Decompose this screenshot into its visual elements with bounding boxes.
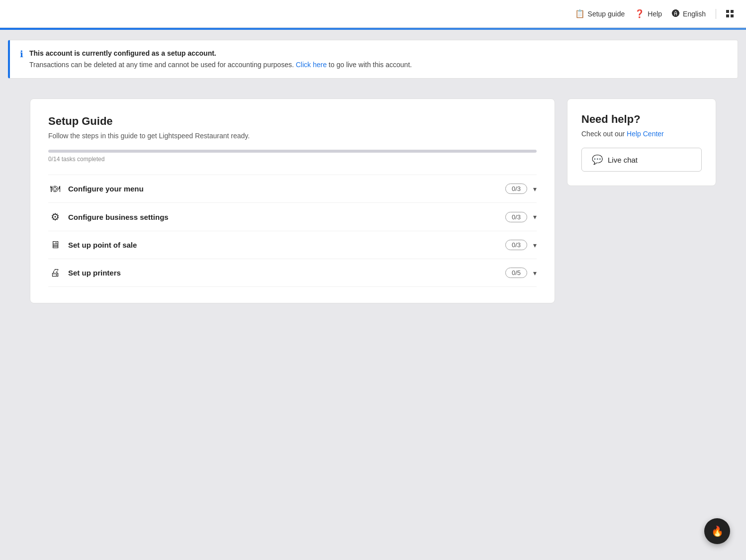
language-label: English	[683, 10, 706, 18]
help-center-link[interactable]: Help Center	[627, 130, 664, 138]
task-label: Configure business settings	[68, 213, 505, 221]
task-row[interactable]: ⚙ Configure business settings 0/3 ▾	[48, 202, 537, 231]
alert-body: Transactions can be deleted at any time …	[29, 60, 412, 70]
language-icon: 🅐	[672, 9, 680, 18]
alert-title: This account is currently configured as …	[29, 48, 412, 59]
help-subtitle: Check out our Help Center	[581, 130, 702, 138]
setup-guide-icon: 📋	[575, 9, 585, 18]
task-badge: 0/3	[505, 184, 527, 194]
setup-guide-card: Setup Guide Follow the steps in this gui…	[30, 98, 555, 303]
chevron-down-icon: ▾	[533, 241, 537, 249]
accent-bar	[0, 28, 746, 30]
task-row[interactable]: 🖨 Set up printers 0/5 ▾	[48, 259, 537, 287]
info-icon: ℹ	[20, 49, 23, 60]
flame-icon: 🔥	[711, 525, 724, 537]
task-icon: 🖥	[48, 239, 62, 251]
progress-bar-container	[48, 150, 537, 153]
chevron-down-icon: ▾	[533, 213, 537, 221]
live-chat-button[interactable]: 💬 Live chat	[581, 148, 702, 172]
task-label: Set up point of sale	[68, 241, 505, 249]
task-label: Configure your menu	[68, 185, 505, 193]
help-nav[interactable]: ❓ Help	[635, 9, 662, 18]
setup-guide-nav[interactable]: 📋 Setup guide	[575, 9, 625, 18]
task-badge: 0/3	[505, 212, 527, 222]
help-label: Help	[648, 10, 662, 18]
help-card: Need help? Check out our Help Center 💬 L…	[567, 98, 716, 186]
grid-icon	[726, 10, 734, 18]
task-row[interactable]: 🖥 Set up point of sale 0/3 ▾	[48, 231, 537, 259]
help-title: Need help?	[581, 113, 702, 126]
alert-banner: ℹ This account is currently configured a…	[8, 40, 738, 79]
task-icon: ⚙	[48, 211, 62, 223]
task-badge: 0/3	[505, 240, 527, 250]
fab-button[interactable]: 🔥	[704, 518, 730, 544]
setup-guide-label: Setup guide	[588, 10, 625, 18]
topbar-divider	[716, 9, 716, 19]
task-badge: 0/5	[505, 268, 527, 278]
alert-content: This account is currently configured as …	[29, 48, 412, 70]
live-chat-label: Live chat	[608, 156, 638, 164]
task-list: 🍽 Configure your menu 0/3 ▾ ⚙ Configure …	[48, 175, 537, 287]
language-nav[interactable]: 🅐 English	[672, 9, 706, 18]
task-icon: 🍽	[48, 183, 62, 194]
chevron-down-icon: ▾	[533, 269, 537, 277]
task-row[interactable]: 🍽 Configure your menu 0/3 ▾	[48, 175, 537, 202]
setup-guide-title: Setup Guide	[48, 115, 537, 128]
alert-link-suffix: to go live with this account.	[329, 61, 412, 69]
topbar: 📋 Setup guide ❓ Help 🅐 English	[0, 0, 746, 28]
setup-guide-subtitle: Follow the steps in this guide to get Li…	[48, 132, 537, 140]
grid-nav[interactable]	[726, 10, 734, 18]
alert-body-text: Transactions can be deleted at any time …	[29, 61, 294, 69]
chat-icon: 💬	[592, 154, 603, 165]
help-subtitle-prefix: Check out our	[581, 130, 627, 138]
progress-label: 0/14 tasks completed	[48, 156, 537, 163]
task-icon: 🖨	[48, 267, 62, 279]
task-label: Set up printers	[68, 269, 505, 277]
help-icon: ❓	[635, 9, 645, 18]
chevron-down-icon: ▾	[533, 185, 537, 193]
alert-link[interactable]: Click here	[296, 61, 327, 69]
main-content: Setup Guide Follow the steps in this gui…	[0, 89, 746, 323]
